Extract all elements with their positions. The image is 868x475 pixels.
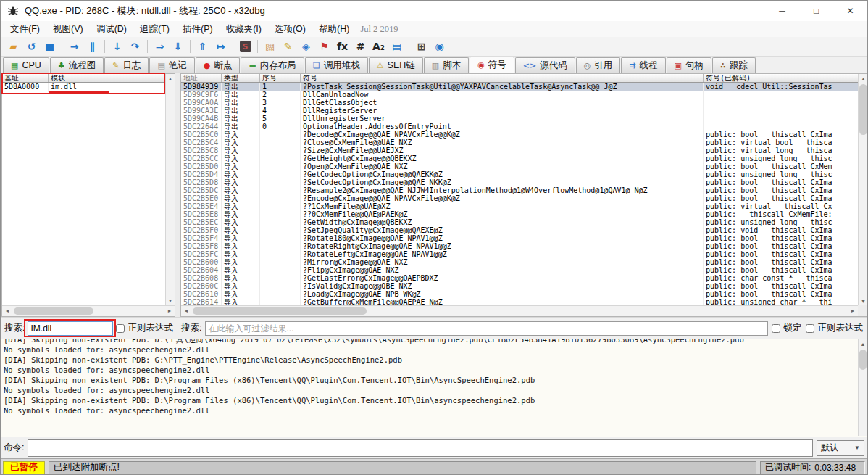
menu-options[interactable]: 选项(O) [268, 22, 312, 37]
scrollbar-thumb[interactable] [859, 84, 867, 135]
restart-button[interactable]: ↺ [22, 38, 41, 55]
col-header-base[interactable]: 基址 [2, 74, 49, 82]
log-vscrollbar[interactable]: ▲ [858, 339, 867, 436]
symbols-hscrollbar[interactable]: ◄ ► [181, 305, 858, 316]
symbol-row[interactable]: 5DC2B5F0导入?SetJpegQuality@CxImage@@QAEXE… [181, 226, 858, 234]
execute-till-return-button[interactable]: ⇑ [193, 38, 212, 55]
symbol-row[interactable]: 5DC2B5EC导入?GetWidth@CxImage@@QBEKXZpubli… [181, 218, 858, 226]
menu-file[interactable]: 文件(F) [4, 22, 46, 37]
menu-debug[interactable]: 调试(D) [90, 22, 133, 37]
lock-checkbox[interactable] [772, 324, 780, 333]
calculator-button[interactable]: ⊞ [412, 38, 430, 55]
symbol-row[interactable]: 5DC2B5CC导入?GetHeight@CxImage@@QBEKXZpubl… [181, 154, 858, 162]
symbol-row[interactable]: 5DC2B5C4导入?Close@CxMemFile@@UAE_NXZpubli… [181, 139, 858, 146]
tab-seh-chain[interactable]: ⚠SEH链 [369, 57, 423, 73]
symbol-row[interactable]: 5DC2B5D8导入?SetCodecOption@CxImage@@QAE_N… [181, 178, 858, 186]
menu-help[interactable]: 帮助(H) [312, 22, 356, 37]
tab-log[interactable]: ✎日志 [104, 57, 149, 73]
symbol-row[interactable]: 5DC2B5E4导入??1CxMemFile@@UAE@XZpublic: vi… [181, 202, 858, 210]
symbol-row[interactable]: 5D99C9F6导出2DllCanUnloadNow [181, 91, 858, 99]
symbols-regex-checkbox[interactable] [806, 324, 814, 333]
maximize-button[interactable]: □ [799, 1, 833, 21]
modules-hscrollbar[interactable]: ◄ ► [2, 305, 175, 316]
module-row[interactable]: 5D8A0000im.dll [2, 83, 166, 92]
seh-logo-button[interactable]: S [236, 38, 254, 55]
symbol-row[interactable]: 5D99CA4B导出5DllUnregisterServer [181, 115, 858, 123]
symbol-row[interactable]: 5D99CA3E导出4DllRegisterServer [181, 107, 858, 115]
tab-threads[interactable]: ⇉线程 [621, 57, 665, 73]
menu-plugins[interactable]: 插件(P) [176, 22, 220, 37]
tab-notes[interactable]: ▤笔记 [149, 57, 194, 73]
scrollbar-thumb[interactable] [14, 307, 93, 315]
menu-view[interactable]: 视图(V) [46, 22, 90, 37]
col-header-symbol[interactable]: 符号 [301, 74, 704, 82]
minimize-button[interactable]: ─ [765, 1, 799, 21]
symbol-row[interactable]: 5DC2B5C8导入?Size@CxMemFile@@UAEJXZpublic:… [181, 146, 858, 154]
menu-favourites[interactable]: 收藏夹(I) [220, 22, 268, 37]
bookmarks-button[interactable]: ⚑ [315, 38, 333, 55]
open-file-button[interactable]: ▰ [4, 38, 22, 55]
col-header-module[interactable]: 模块 [49, 74, 166, 82]
modules-vscrollbar[interactable]: ▲ ▼ [165, 74, 175, 305]
symbol-row[interactable]: 5D99CA0A导出3DllGetClassObject [181, 99, 858, 107]
scroll-up-icon[interactable]: ▲ [859, 74, 868, 83]
symbol-row[interactable]: 5DC2B5D0导入?Open@CxMemFile@@QAE_NXZpublic… [181, 162, 858, 170]
modules-search-input[interactable] [28, 321, 113, 336]
modules-regex-checkbox[interactable] [116, 324, 125, 333]
patches-button[interactable]: ▧ [261, 38, 279, 55]
titlebar[interactable]: QQ.exe - PID: 268C - 模块: ntdll.dll - 线程:… [1, 1, 867, 21]
symbols-filter-input[interactable] [205, 321, 767, 336]
scroll-left-icon[interactable]: ◄ [181, 306, 191, 316]
step-out-button[interactable]: ⇓ [169, 38, 187, 55]
run-button[interactable]: → [65, 38, 83, 55]
close-button[interactable]: ✕ [833, 1, 867, 21]
tab-script[interactable]: ▥脚本 [424, 57, 469, 73]
scroll-right-icon[interactable]: ► [848, 306, 858, 316]
col-header-type[interactable]: 类型 [222, 74, 260, 82]
symbol-row[interactable]: 5DC2B5D4导入?GetCodecOption@CxImage@@QAEKK… [181, 170, 858, 178]
symbol-row[interactable]: 5DC2B600导入?Mirror@CxImage@@QAE_NXZpublic… [181, 258, 858, 266]
step-over-button[interactable]: ↷ [126, 38, 144, 55]
menu-trace[interactable]: 追踪(T) [133, 22, 176, 37]
hash-button[interactable]: # [351, 38, 370, 55]
step-into-button[interactable]: ↓ [108, 38, 126, 55]
log-panel[interactable]: [DIA] Skipping non-existent PDB: D:\工具\逆… [1, 339, 867, 437]
scroll-up-icon[interactable]: ▲ [166, 74, 175, 83]
tab-cpu[interactable]: ▦CPU [3, 57, 49, 73]
symbol-row[interactable]: 5DC2B610导入?Load@CxImage@@QAE_NPB_WK@Zpub… [181, 290, 858, 298]
col-header-ordinal[interactable]: 序号 [260, 74, 301, 82]
command-input[interactable] [28, 439, 813, 457]
tab-memory-map[interactable]: ▬内存布局 [241, 57, 304, 73]
symbols-vscrollbar[interactable]: ▲ ▼ [858, 74, 868, 306]
settings-globe-button[interactable]: ◉ [430, 38, 448, 55]
symbol-row[interactable]: 5DC2B604导入?Flip@CxImage@@QAE_NXZpublic: … [181, 266, 858, 274]
tab-breakpoints[interactable]: ●断点 [196, 57, 241, 73]
scrollbar-thumb[interactable] [193, 307, 367, 315]
scroll-left-icon[interactable]: ◄ [2, 306, 12, 316]
symbol-row[interactable]: 5DC2B5DC导入?Resample2@CxImage@@QAE_NJJW4I… [181, 186, 858, 194]
labels-button[interactable]: ◈ [297, 38, 315, 55]
tab-graph[interactable]: ♣流程图 [50, 57, 104, 73]
command-profile-dropdown[interactable]: 默认 ▼ [817, 440, 864, 456]
symbol-row[interactable]: 5DC2B60C导入?IsValid@CxImage@@QBE_NXZpubli… [181, 282, 858, 290]
stop-button[interactable]: ■ [41, 38, 59, 55]
symbol-row[interactable]: 5DC2B5E8导入??0CxMemFile@@QAE@PAEK@Zpublic… [181, 210, 858, 218]
scrollbar-thumb[interactable] [859, 350, 867, 370]
tab-symbols[interactable]: ◉符号 [470, 57, 514, 73]
symbol-row[interactable]: 5DC22644导出0OptionalHeader.AddressOfEntry… [181, 123, 858, 131]
col-header-address[interactable]: 地址 [181, 74, 222, 82]
tab-source[interactable]: <>源代码 [515, 57, 575, 73]
comments-button[interactable]: ✎ [279, 38, 297, 55]
scroll-up-icon[interactable]: ▲ [859, 339, 867, 349]
symbol-row[interactable]: 5DC2B5F4导入?Rotate180@CxImage@@QAE_NPAV1@… [181, 234, 858, 242]
symbol-row[interactable]: 5DC2B608导入?GetLastError@CxImage@@QAEPBDX… [181, 274, 858, 282]
tab-references[interactable]: ◎引用 [576, 57, 621, 73]
symbol-row[interactable]: 5D984939导出1?PostTask_Session@SessionTask… [181, 83, 858, 91]
tab-handles[interactable]: ▣句柄 [667, 57, 711, 73]
tab-trace[interactable]: ∴跟踪 [712, 57, 756, 73]
symbol-row[interactable]: 5DC2B5E0导入?Encode@CxImage@@QAE_NPAVCxFil… [181, 194, 858, 202]
run-to-user-code-button[interactable]: ↦ [212, 38, 230, 55]
symbol-row[interactable]: 5DC2B5C0导入?Decode@CxImage@@QAE_NPAVCxFil… [181, 131, 858, 139]
symbol-row[interactable]: 5DC2B5FC导入?RotateLeft@CxImage@@QAE_NPAV1… [181, 250, 858, 258]
scroll-down-icon[interactable]: ▼ [166, 296, 175, 305]
